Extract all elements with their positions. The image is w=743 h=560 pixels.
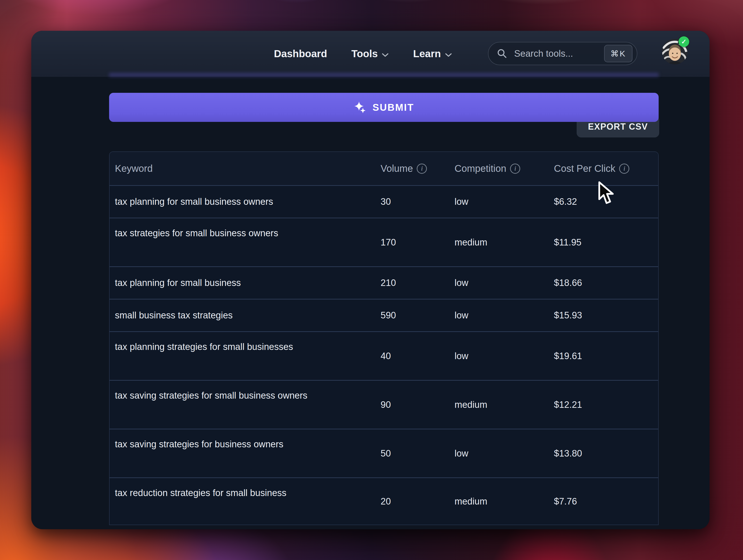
- keyword-cell-value: small business tax strategies: [115, 310, 233, 321]
- cpc-cell-value: $18.66: [554, 278, 582, 288]
- table-row: tax strategies for small business owners…: [110, 218, 658, 266]
- competition-cell-value: medium: [454, 400, 487, 410]
- app-window: Dashboard Tools Learn: [31, 31, 709, 529]
- volume-cell: 590: [381, 299, 451, 331]
- competition-cell-value: medium: [454, 496, 487, 507]
- volume-cell-value: 40: [381, 351, 391, 361]
- sparkles-icon: [354, 101, 366, 114]
- search-box[interactable]: ⌘K: [488, 42, 637, 65]
- competition-cell: low: [454, 186, 550, 218]
- cpc-cell-value: $7.76: [554, 496, 577, 507]
- nav-item-tools[interactable]: Tools: [351, 48, 389, 60]
- volume-cell: 170: [381, 218, 451, 266]
- keyword-cell: tax reduction strategies for small busin…: [115, 478, 377, 525]
- volume-cell-value: 590: [381, 310, 396, 321]
- volume-cell: 40: [381, 332, 451, 380]
- volume-cell-value: 170: [381, 237, 396, 248]
- column-header-label: Keyword: [115, 163, 153, 174]
- competition-cell: medium: [454, 218, 550, 266]
- keyword-cell: tax planning for small business owners: [115, 186, 377, 218]
- table-body: tax planning for small business owners30…: [110, 185, 658, 525]
- cpc-cell: $15.93: [554, 299, 656, 331]
- cpc-cell-value: $13.80: [554, 448, 582, 459]
- desktop-background: Dashboard Tools Learn: [0, 0, 743, 560]
- keyword-cell: tax saving strategies for business owner…: [115, 429, 377, 477]
- table-row: tax planning strategies for small busine…: [110, 331, 658, 380]
- cpc-cell-value: $15.93: [554, 310, 582, 321]
- keyword-cell: tax planning strategies for small busine…: [115, 332, 377, 380]
- keyword-cell-value: tax saving strategies for small business…: [115, 390, 307, 401]
- chevron-down-icon: [382, 48, 389, 60]
- keyword-cell-value: tax planning for small business: [115, 278, 241, 288]
- table-row: tax saving strategies for small business…: [110, 380, 658, 429]
- column-header-volume: Volumei: [381, 152, 451, 185]
- cpc-cell: $18.66: [554, 267, 656, 299]
- cpc-cell: $13.80: [554, 429, 656, 477]
- competition-cell-value: low: [454, 278, 468, 288]
- cpc-cell-value: $19.61: [554, 351, 582, 361]
- cpc-cell: $6.32: [554, 186, 656, 218]
- keyboard-shortcut-badge: ⌘K: [604, 45, 632, 62]
- table-row: tax reduction strategies for small busin…: [110, 477, 658, 525]
- nav-item-label: Tools: [351, 48, 378, 60]
- volume-cell-value: 30: [381, 196, 391, 207]
- keyword-cell: tax strategies for small business owners: [115, 218, 377, 266]
- cpc-cell: $19.61: [554, 332, 656, 380]
- competition-cell-value: low: [454, 448, 468, 459]
- column-header-keyword: Keyword: [115, 152, 377, 185]
- keyword-cell-value: tax strategies for small business owners: [115, 228, 278, 238]
- table-row: tax planning for small business owners30…: [110, 185, 658, 218]
- volume-cell: 90: [381, 381, 451, 429]
- volume-cell-value: 50: [381, 448, 391, 459]
- competition-cell-value: low: [454, 310, 468, 321]
- keyword-table: KeywordVolumeiCompetitioniCost Per Click…: [109, 151, 659, 525]
- competition-cell: low: [454, 332, 550, 380]
- chevron-down-icon: [445, 48, 452, 60]
- competition-cell-value: low: [454, 196, 468, 207]
- table-header-row: KeywordVolumeiCompetitioniCost Per Click…: [110, 152, 658, 185]
- column-header-label: Volume: [381, 163, 413, 174]
- volume-cell: 30: [381, 186, 451, 218]
- keyword-cell-value: tax planning for small business owners: [115, 196, 273, 207]
- table-row: small business tax strategies590low$15.9…: [110, 299, 658, 331]
- volume-cell: 50: [381, 429, 451, 477]
- nav-header: Dashboard Tools Learn: [31, 31, 709, 77]
- nav-item-learn[interactable]: Learn: [413, 48, 452, 60]
- keyword-cell-value: tax saving strategies for business owner…: [115, 439, 283, 450]
- competition-cell: low: [454, 267, 550, 299]
- competition-cell: low: [454, 299, 550, 331]
- competition-cell: medium: [454, 478, 550, 525]
- column-header-cost-per-click: Cost Per Clicki: [554, 152, 656, 185]
- column-header-competition: Competitioni: [454, 152, 550, 185]
- info-icon[interactable]: i: [619, 164, 629, 174]
- column-header-label: Cost Per Click: [554, 163, 615, 174]
- volume-cell-value: 90: [381, 400, 391, 410]
- info-icon[interactable]: i: [510, 164, 520, 174]
- nav-item-label: Dashboard: [274, 48, 327, 60]
- table-row: tax planning for small business210low$18…: [110, 266, 658, 299]
- cpc-cell-value: $12.21: [554, 400, 582, 410]
- nav-item-dashboard[interactable]: Dashboard: [274, 48, 327, 60]
- submit-button[interactable]: SUBMIT: [109, 93, 659, 122]
- volume-cell: 210: [381, 267, 451, 299]
- cpc-cell-value: $11.95: [554, 237, 581, 248]
- column-header-label: Competition: [454, 163, 506, 174]
- cpc-cell: $7.76: [554, 478, 656, 525]
- search-input[interactable]: [514, 48, 598, 59]
- competition-cell: medium: [454, 381, 550, 429]
- keyword-cell: tax planning for small business: [115, 267, 377, 299]
- info-icon[interactable]: i: [417, 164, 427, 174]
- cpc-cell: $11.95: [554, 218, 656, 266]
- volume-cell-value: 20: [381, 496, 391, 507]
- nav-item-label: Learn: [413, 48, 441, 60]
- volume-cell-value: 210: [381, 278, 396, 288]
- cpc-cell-value: $6.32: [554, 196, 577, 207]
- table-row: tax saving strategies for business owner…: [110, 429, 658, 477]
- volume-cell: 20: [381, 478, 451, 525]
- submit-label: SUBMIT: [373, 102, 414, 113]
- competition-cell: low: [454, 429, 550, 477]
- keyword-cell-value: tax planning strategies for small busine…: [115, 342, 293, 352]
- avatar[interactable]: ✓: [662, 39, 688, 64]
- main-nav: Dashboard Tools Learn: [274, 31, 452, 77]
- search-icon: [497, 48, 508, 59]
